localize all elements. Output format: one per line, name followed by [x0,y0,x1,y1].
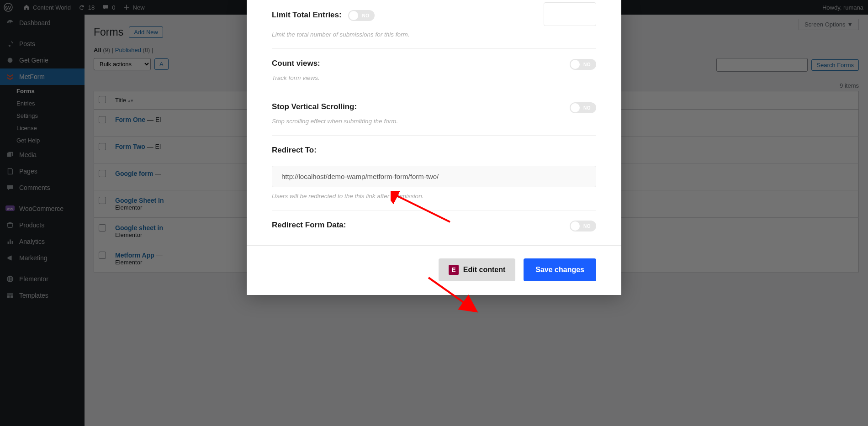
redirect-hint: Users will be redirected to the this lin… [272,193,423,200]
setting-redirect-to: Redirect To: Users will be redirected to… [272,136,596,210]
setting-stop-scroll: Stop Vertical Scrolling: NO Stop scrolli… [272,92,596,136]
limit-entries-toggle[interactable]: NO [348,10,375,21]
modal-footer: EEdit content Save changes [247,245,621,281]
setting-count-views: Count views: NO Track form views. [272,49,596,92]
count-views-label: Count views: [272,59,596,68]
limit-entries-hint: Limit the total number of submissions fo… [272,31,410,38]
stop-scroll-label: Stop Vertical Scrolling: [272,102,596,111]
stop-scroll-toggle[interactable]: NO [570,102,596,113]
redirect-data-toggle[interactable]: NO [570,221,596,231]
elementor-e-icon: E [449,265,459,275]
form-settings-modal: Limit Total Entries: NO Limit the total … [247,0,621,295]
edit-content-button[interactable]: EEdit content [439,258,515,281]
setting-redirect-data: Redirect Form Data: NO [272,210,596,245]
redirect-data-label: Redirect Form Data: [272,221,596,230]
redirect-label: Redirect To: [272,146,596,155]
stop-scroll-hint: Stop scrolling effect when submitting th… [272,118,398,125]
redirect-url-input[interactable] [272,166,596,187]
count-views-hint: Track form views. [272,74,320,81]
limit-value-box[interactable] [544,2,596,26]
setting-limit-entries: Limit Total Entries: NO Limit the total … [272,0,596,49]
save-changes-button[interactable]: Save changes [524,258,596,281]
count-views-toggle[interactable]: NO [570,59,596,70]
